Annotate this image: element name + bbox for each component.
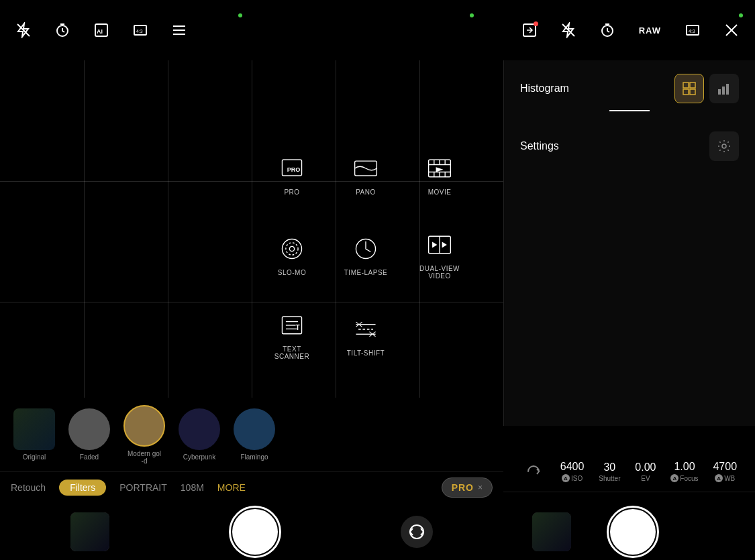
svg-point-39 xyxy=(289,246,294,251)
filter-flamingo[interactable]: Flamingo xyxy=(234,408,275,461)
filter-cyberpunk-circle xyxy=(179,408,220,450)
svg-rect-21 xyxy=(722,87,725,95)
mode-grid: PRO PRO PANO xyxy=(255,134,476,376)
focus-label: A Focus xyxy=(670,474,698,482)
mode-pano[interactable]: PANO xyxy=(329,134,403,215)
settings-section: Settings xyxy=(504,125,755,168)
ratio-button-2[interactable]: 4:3 xyxy=(683,20,703,40)
gallery-thumbnail-right[interactable] xyxy=(532,512,571,551)
tab-portrait[interactable]: PORTRAIT xyxy=(119,480,167,496)
mode-time-lapse[interactable]: TIME-LAPSE xyxy=(329,215,403,295)
mode-empty xyxy=(403,295,476,376)
stat-focus[interactable]: 1.00 A Focus xyxy=(670,461,698,482)
iso-label: A ISO xyxy=(562,474,583,482)
mode-tilt-shift[interactable]: TILT-SHIFT xyxy=(329,295,403,376)
focus-value: 1.00 xyxy=(674,461,695,473)
pro-badge-close[interactable]: × xyxy=(478,483,483,492)
ratio-button[interactable]: 4:3 xyxy=(130,20,150,40)
filter-faded-circle xyxy=(68,408,110,450)
ai-button[interactable]: AI xyxy=(91,20,111,40)
svg-rect-17 xyxy=(690,82,695,88)
filter-original[interactable]: Original xyxy=(13,408,55,461)
stat-ev[interactable]: 0.00 EV xyxy=(635,461,656,482)
right-tabs-row xyxy=(503,492,755,503)
bottom-right-controls xyxy=(503,503,755,560)
notification-badge xyxy=(534,21,538,26)
svg-rect-22 xyxy=(726,84,729,95)
time-lapse-label: TIME-LAPSE xyxy=(344,269,387,276)
filter-faded[interactable]: Faded xyxy=(68,408,110,461)
mode-slo-mo[interactable]: SLO-MO xyxy=(255,215,329,295)
histogram-chart-icon[interactable] xyxy=(709,74,739,103)
top-toolbar: AI 4:3 xyxy=(0,0,755,60)
flip-camera-button[interactable] xyxy=(401,516,433,548)
pano-label: PANO xyxy=(356,188,376,196)
histogram-header: Histogram xyxy=(504,60,755,110)
svg-text:AI: AI xyxy=(97,28,103,35)
filter-modern-gold-circle xyxy=(123,405,165,447)
svg-rect-19 xyxy=(690,89,695,95)
histogram-controls xyxy=(674,74,739,103)
stat-wb[interactable]: 4700 A WB xyxy=(713,461,737,482)
settings-gear-icon[interactable] xyxy=(709,131,739,161)
svg-rect-20 xyxy=(718,89,721,95)
filter-flamingo-circle xyxy=(234,408,275,450)
filter-original-circle xyxy=(13,408,55,450)
svg-text:4:3: 4:3 xyxy=(136,29,143,34)
filter-cyberpunk[interactable]: Cyberpunk xyxy=(179,408,220,461)
movie-label: MOVIE xyxy=(428,188,452,196)
shutter-button[interactable] xyxy=(229,506,281,558)
stats-row: 6400 A ISO 30 Shutter 0.00 EV 1.00 A Foc… xyxy=(503,451,755,492)
ev-value: 0.00 xyxy=(635,461,656,473)
pro-icon: PRO xyxy=(277,154,307,183)
stat-iso[interactable]: 6400 A ISO xyxy=(560,461,585,482)
close-button[interactable] xyxy=(721,20,742,40)
wb-label: A WB xyxy=(715,474,735,482)
histogram-grid-icon[interactable] xyxy=(674,74,704,103)
camera-controls-row xyxy=(0,503,503,560)
menu-button[interactable] xyxy=(169,20,189,40)
pro-badge-label: PRO xyxy=(452,482,474,493)
shutter-inner-right xyxy=(610,509,656,555)
text-scanner-label: TEXTSCANNER xyxy=(274,345,309,360)
svg-marker-36 xyxy=(436,167,444,172)
ev-label: EV xyxy=(641,475,650,482)
svg-point-23 xyxy=(722,144,726,148)
right-panel: Histogram Settings xyxy=(503,60,755,426)
tab-108m[interactable]: 108M xyxy=(181,480,204,496)
svg-text:PRO: PRO xyxy=(287,166,301,173)
camera-stats: 6400 A ISO 30 Shutter 0.00 EV 1.00 A Foc… xyxy=(503,451,755,560)
filter-modern-gold[interactable]: Modern gol-d xyxy=(123,405,165,465)
flash-off-button[interactable] xyxy=(13,20,34,40)
tilt-shift-label: TILT-SHIFT xyxy=(347,349,385,357)
dual-view-icon xyxy=(425,230,454,260)
pro-badge[interactable]: PRO × xyxy=(442,478,493,498)
filter-flamingo-label: Flamingo xyxy=(240,453,268,461)
refresh-button[interactable] xyxy=(521,459,546,484)
svg-marker-43 xyxy=(432,241,437,247)
dual-view-label: DUAL-VIEWVIDEO xyxy=(419,265,460,280)
tab-retouch[interactable]: Retouch xyxy=(11,480,46,496)
pano-icon xyxy=(351,154,381,183)
raw-button[interactable]: RAW xyxy=(636,20,664,40)
bottom-section-left: Original Faded Modern gol-d Cyberpunk Fl… xyxy=(0,398,503,560)
mode-movie[interactable]: MOVIE xyxy=(403,134,476,215)
share-button[interactable] xyxy=(519,20,540,40)
movie-icon xyxy=(425,154,454,183)
toolbar-right: RAW 4:3 xyxy=(519,20,755,40)
tab-more[interactable]: MORE xyxy=(217,480,246,496)
mode-pro[interactable]: PRO PRO xyxy=(255,134,329,215)
iso-value: 6400 xyxy=(560,461,585,473)
flash-off-button-2[interactable] xyxy=(558,20,578,40)
svg-point-37 xyxy=(282,239,301,258)
mode-text-scanner[interactable]: T TEXTSCANNER xyxy=(255,295,329,376)
tab-filters[interactable]: Filters xyxy=(59,480,106,496)
stat-shutter[interactable]: 30 Shutter xyxy=(599,461,620,482)
gallery-thumbnail[interactable] xyxy=(70,512,109,551)
svg-point-38 xyxy=(286,242,298,254)
shutter-button-right[interactable] xyxy=(607,506,659,558)
mode-dual-view-video[interactable]: DUAL-VIEWVIDEO xyxy=(403,215,476,295)
timer-button-2[interactable] xyxy=(597,20,617,40)
timer-button[interactable] xyxy=(52,20,72,40)
shutter-label: Shutter xyxy=(599,475,620,482)
